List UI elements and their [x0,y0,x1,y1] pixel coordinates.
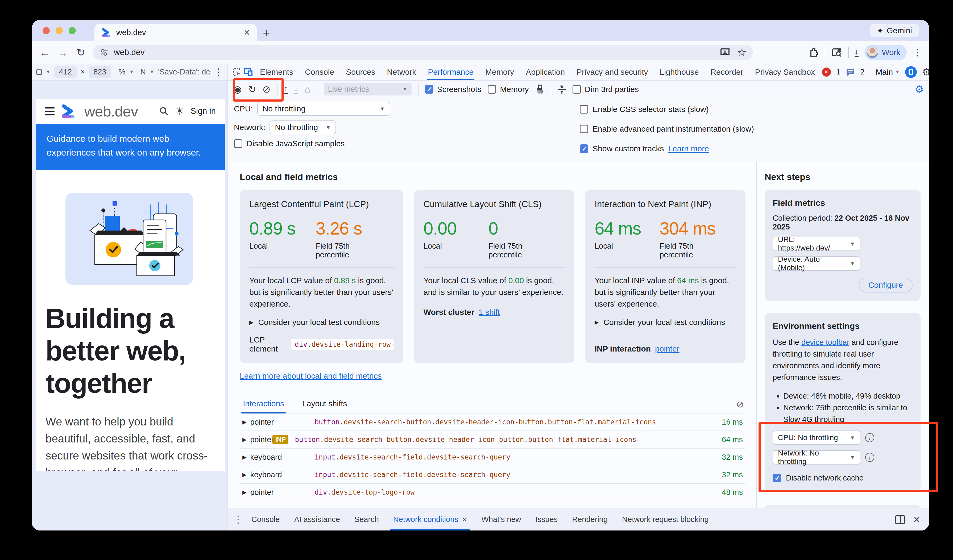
drawer-tab-rendering[interactable]: Rendering [566,508,613,531]
disable-network-cache-checkbox[interactable]: Disable network cache [773,473,913,483]
load-profile-icon[interactable]: ↑ [284,85,288,94]
downloads-icon[interactable]: ↓ [855,48,858,57]
url-text[interactable]: web.dev [114,48,715,57]
profile-chip[interactable]: Work [865,45,907,60]
tab-elements[interactable]: Elements [255,63,298,80]
dock-side-icon[interactable] [905,66,917,78]
record-button[interactable]: ◉ Record ⌘ E [765,505,920,508]
drawer-close-icon[interactable]: × [913,514,920,525]
env-cpu-select[interactable]: CPU: No throttling ▼ [773,430,860,445]
interaction-row[interactable]: ▶ keyboard input.devsite-search-field.de… [240,466,745,484]
maximize-window-button[interactable] [69,27,76,34]
throttle-caret-icon[interactable]: ▼ [149,69,154,75]
close-window-button[interactable] [43,27,50,34]
garbage-collect-icon[interactable] [535,85,544,94]
tab-application[interactable]: Application [521,63,570,80]
zoom-caret-icon[interactable]: ▼ [129,69,134,75]
row-expand-icon[interactable]: ▶ [242,489,246,495]
sign-in-link[interactable]: Sign in [191,106,216,116]
drawer-tab-network-conditions[interactable]: Network conditions × [387,508,473,531]
back-icon[interactable]: ← [39,46,51,59]
custom-tracks-checkbox[interactable]: Show custom tracks Learn more [580,141,754,156]
capture-settings-gear-icon[interactable]: ⚙ [915,84,924,95]
cpu-info-icon[interactable]: i [865,433,874,442]
cpu-throttling-select[interactable]: No throttling ▼ [257,102,390,116]
row-expand-icon[interactable]: ▶ [242,419,246,425]
tab-privacy-security[interactable]: Privacy and security [572,63,653,80]
viewport-width-field[interactable]: 412 [54,66,77,77]
dim-3rd-parties-checkbox[interactable]: Dim 3rd parties [573,85,639,94]
tab-sources[interactable]: Sources [341,63,380,80]
field-device-select[interactable]: Device: Auto (Mobile) ▼ [773,256,860,271]
tab-memory[interactable]: Memory [481,63,519,80]
settings-gear-icon[interactable]: ⚙ [922,67,929,77]
context-selector[interactable]: Main ▼ [875,68,900,77]
drawer-tab-close-icon[interactable]: × [462,515,467,524]
gemini-button[interactable]: ✦ Gemini [870,24,919,37]
issues-icon[interactable] [846,68,855,76]
interaction-row[interactable]: ▶ pointer INP button.devsite-search-butt… [240,431,745,449]
lcp-test-conditions-expander[interactable]: ▶ Consider your local test conditions [249,318,394,327]
custom-tracks-learn-more-link[interactable]: Learn more [668,144,709,153]
record-reload-icon[interactable]: ↻ [248,85,256,94]
row-expand-icon[interactable]: ▶ [242,436,246,443]
viewport-height-field[interactable]: 823 [88,66,111,77]
clear-icon[interactable]: ⊘ [262,85,270,94]
device-toolbar-menu-icon[interactable]: ⋮ [214,67,223,77]
address-bar[interactable]: web.dev ☆ [93,45,753,60]
tab-layout-shifts[interactable]: Layout shifts [301,395,349,413]
drawer-tab-search[interactable]: Search [349,508,385,531]
drawer-tab-whats-new[interactable]: What's new [475,508,527,531]
advanced-paint-checkbox[interactable]: Enable advanced paint instrumentation (s… [580,122,754,136]
device-type-caret-icon[interactable]: ▼ [46,69,51,75]
collapse-icon[interactable] [558,84,566,94]
clear-log-icon[interactable]: ⊘ [736,399,744,410]
inp-interaction-link[interactable]: pointer [655,344,680,353]
worst-cluster-link[interactable]: 1 shift [479,308,500,317]
extensions-icon[interactable] [809,47,819,58]
drawer-tab-network-request-blocking[interactable]: Network request blocking [616,508,715,531]
tab-privacy-sandbox[interactable]: Privacy Sandbox [750,63,820,80]
network-info-icon[interactable]: i [865,453,874,462]
drawer-tab-issues[interactable]: Issues [529,508,563,531]
tab-network[interactable]: Network [382,63,421,80]
throttle-select[interactable]: N [140,68,146,76]
screenshots-checkbox[interactable]: Screenshots [425,85,481,94]
interaction-row[interactable]: ▶ pointer div.devsite-top-logo-row 48 ms [240,484,745,501]
hamburger-menu-icon[interactable] [45,107,54,115]
drawer-tab-ai-assistance[interactable]: AI assistance [288,508,346,531]
drawer-tab-console[interactable]: Console [245,508,286,531]
inspect-icon[interactable] [232,67,241,77]
minimize-window-button[interactable] [56,27,63,34]
field-url-select[interactable]: URL: https://web.dev/ ▼ [773,237,860,251]
search-tabs-icon[interactable] [831,47,842,57]
search-icon[interactable] [159,106,169,116]
browser-tab[interactable]: web.dev × [95,24,257,41]
toggle-device-toolbar-icon[interactable] [244,67,253,77]
css-selector-stats-checkbox[interactable]: Enable CSS selector stats (slow) [580,102,754,117]
history-select[interactable]: Live metrics ▼ [324,83,411,96]
forward-icon[interactable]: → [57,46,69,59]
interaction-row[interactable]: ▶ keyboard input.devsite-search-field.de… [240,449,745,466]
device-type-icon[interactable] [36,70,42,75]
install-icon[interactable] [720,48,730,57]
browser-menu-icon[interactable]: ⋮ [913,47,922,58]
interaction-row[interactable]: ▶ pointer button.devsite-search-button.d… [240,413,745,431]
disable-js-checkbox[interactable]: Disable JavaScript samples [234,139,580,148]
tab-recorder[interactable]: Recorder [706,63,748,80]
site-brand[interactable]: web.dev [84,103,153,120]
tab-interactions[interactable]: Interactions [241,395,286,413]
tab-performance[interactable]: Performance [423,63,478,80]
new-tab-button[interactable]: + [263,26,270,40]
memory-checkbox[interactable]: Memory [488,85,529,94]
bookmark-star-icon[interactable]: ☆ [737,47,747,58]
configure-button[interactable]: Configure [859,278,913,292]
tune-icon[interactable] [99,48,109,57]
toggle-drawer-orientation-icon[interactable] [895,515,905,524]
record-icon[interactable]: ◉ [233,85,242,94]
drawer-menu-icon[interactable]: ⋮ [233,514,243,525]
env-network-select[interactable]: Network: No throttling ▼ [773,450,860,464]
reload-icon[interactable]: ↻ [75,46,87,59]
home-icon[interactable]: ⌂ [305,85,310,94]
row-expand-icon[interactable]: ▶ [242,454,246,460]
